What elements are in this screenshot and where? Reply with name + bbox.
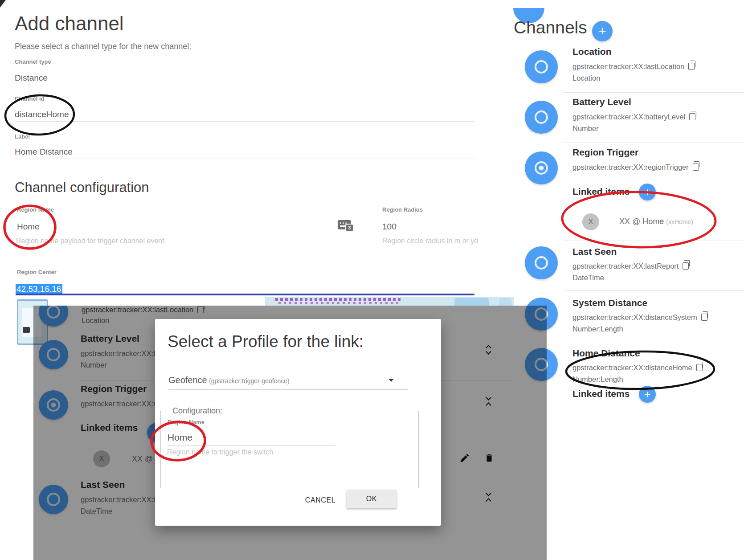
profile-select-uid: (gpstracker:trigger-geofence) <box>209 377 290 384</box>
dialog-region-name-label: Region Name <box>168 419 204 425</box>
dialog-title: Select a Profile for the link: <box>168 332 364 351</box>
channels-heading: Channels <box>514 18 587 37</box>
copy-icon[interactable] <box>689 113 695 120</box>
copy-icon[interactable] <box>696 364 703 371</box>
link-chip-suffix: (xxHome) <box>666 218 693 225</box>
channel-uid: gpstracker:tracker:XX:batteryLevel <box>572 113 695 121</box>
list-divider <box>564 92 744 93</box>
region-name-label: Region Name <box>17 206 54 213</box>
add-link-button[interactable]: + <box>639 184 656 200</box>
channel-type-underline <box>15 84 474 84</box>
channel-avatar <box>525 101 558 134</box>
channel-type-input[interactable]: Distance <box>15 73 48 83</box>
region-radius-label: Region Radius <box>382 206 423 213</box>
profile-dialog: Select a Profile for the link: Geofence … <box>155 319 441 526</box>
region-center-label: Region Center <box>17 269 57 275</box>
autofill-keyboard-icon[interactable]: 3 <box>338 220 351 229</box>
linked-items-heading: Linked items <box>572 388 630 399</box>
channel-title: Last Seen <box>572 246 617 257</box>
channel-uid: gpstracker:tracker:XX:distanceHome <box>572 364 703 372</box>
channel-title: Location <box>572 46 612 57</box>
channel-type: Location <box>572 74 600 82</box>
channel-uid: gpstracker:tracker:XX:lastReport <box>572 262 689 270</box>
channel-title: Region Trigger <box>572 147 638 158</box>
location-ring-icon <box>535 60 548 74</box>
channel-avatar <box>525 246 558 279</box>
channel-type: Number:Length <box>572 325 623 333</box>
form-subtitle: Please select a channel type for the new… <box>15 42 191 51</box>
copy-icon[interactable] <box>693 164 699 171</box>
channel-uid: gpstracker:tracker:XX:distanceSystem <box>572 313 707 322</box>
copy-icon[interactable] <box>688 63 695 70</box>
channel-id-label: Channel id <box>15 95 44 102</box>
label-input[interactable]: Home Distance <box>15 147 73 157</box>
channel-id-input[interactable]: distanceHome <box>15 110 69 119</box>
region-radius-underline <box>382 235 474 235</box>
autofill-badge: 3 <box>345 224 354 232</box>
channel-uid: gpstracker:tracker:XX:regionTrigger <box>572 163 699 172</box>
add-channel-form: Add channel Please select a channel type… <box>0 0 481 306</box>
label-label: Label <box>15 133 30 140</box>
dialog-region-name-underline <box>167 446 335 446</box>
channel-type: Number <box>572 124 599 133</box>
profile-select-underline <box>168 389 408 390</box>
link-chip-avatar: X <box>582 213 599 230</box>
copy-icon[interactable] <box>683 262 689 270</box>
battery-ring-icon <box>535 110 548 124</box>
channel-type: Number:Length <box>572 375 623 384</box>
channel-title: Battery Level <box>572 97 631 107</box>
channel-avatar <box>525 50 558 83</box>
channel-avatar <box>525 151 558 184</box>
region-name-hint: Region name payload for trigger channel … <box>16 237 164 245</box>
channel-id-underline <box>15 121 474 122</box>
label-underline <box>15 159 474 159</box>
channel-uid: gpstracker:tracker:XX:lastLocation <box>572 62 695 71</box>
last-seen-ring-icon <box>535 256 548 270</box>
dialog-region-name-hint: Region name to trigger the switch <box>167 448 273 456</box>
add-link-button[interactable]: + <box>639 386 656 403</box>
ok-button[interactable]: OK <box>347 490 397 508</box>
dialog-region-name-input[interactable]: Home <box>168 432 192 443</box>
app-window: Add channel Please select a channel type… <box>0 0 744 560</box>
channel-type-label: Channel type <box>15 58 51 65</box>
list-divider <box>564 341 744 341</box>
list-divider <box>564 143 744 143</box>
profile-select-value: Geofence <box>168 375 207 385</box>
region-name-input[interactable]: Home <box>17 222 40 232</box>
configuration-legend: Configuration: <box>170 406 225 416</box>
channel-title: System Distance <box>572 298 647 308</box>
cancel-button[interactable]: CANCEL <box>296 492 345 509</box>
list-divider <box>564 290 744 291</box>
copy-icon[interactable] <box>701 314 707 321</box>
chevron-down-icon[interactable] <box>388 379 394 382</box>
profile-select[interactable]: Geofence (gpstracker:trigger-geofence) <box>168 375 407 385</box>
region-name-underline <box>16 235 356 235</box>
region-radius-hint: Region circle radius in m or yd <box>382 237 478 245</box>
channel-type: DateTime <box>572 274 604 282</box>
linked-items-heading: Linked items <box>572 186 630 197</box>
region-radius-input[interactable]: 100 <box>382 222 397 232</box>
link-chip-text[interactable]: XX @ Home (xxHome) <box>619 217 693 226</box>
page-title: Add channel <box>15 12 124 35</box>
region-center-focus-underline <box>16 294 474 295</box>
add-channel-button[interactable]: + <box>592 21 613 41</box>
channel-config-title: Channel configuration <box>15 180 149 196</box>
channel-title: Home Distance <box>572 348 640 359</box>
list-divider <box>564 241 744 241</box>
